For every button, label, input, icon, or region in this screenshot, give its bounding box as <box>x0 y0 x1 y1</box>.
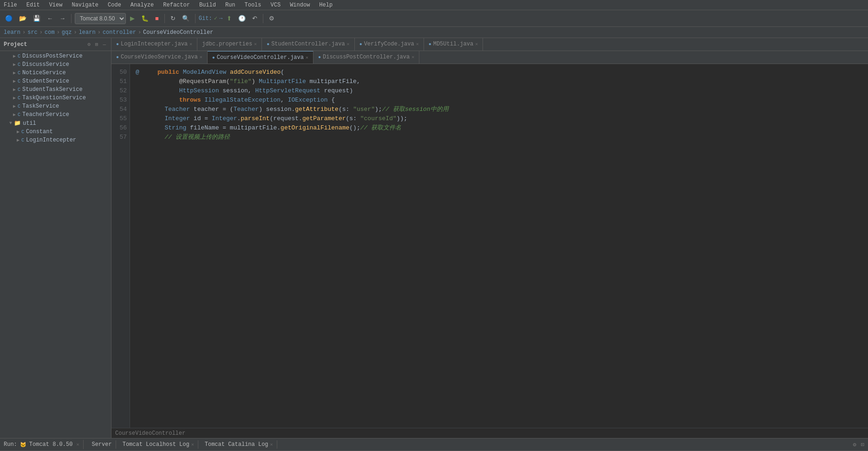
tree-item-noticeservice[interactable]: ▶ C NoticeService <box>0 69 111 77</box>
catalina-tab-close[interactable]: ✕ <box>270 442 273 447</box>
tab-loginintecepter[interactable]: ● LoginIntecepter.java ✕ <box>111 38 197 51</box>
tree-label: TaskQuestionService <box>22 95 86 101</box>
tab-studentcontroller[interactable]: ● StudentController.java ✕ <box>262 38 354 51</box>
tab-close[interactable]: ✕ <box>416 41 419 47</box>
breadcrumb-gqz[interactable]: gqz <box>62 29 72 36</box>
tab-close[interactable]: ✕ <box>347 41 350 47</box>
menu-edit[interactable]: Edit <box>25 1 42 9</box>
menu-window[interactable]: Window <box>288 1 312 9</box>
menu-run[interactable]: Run <box>223 1 237 9</box>
tree-item-studentservice[interactable]: ▶ C StudentService <box>0 77 111 85</box>
tab-coursevideoservice[interactable]: ● CourseVideoService.java ✕ <box>111 51 208 64</box>
menu-file[interactable]: File <box>2 1 19 9</box>
panel-minimize-btn[interactable]: — <box>101 41 107 48</box>
code-line-51: @RequestParam("file") MultipartFile mult… <box>136 77 862 86</box>
tree-label: TaskService <box>22 103 59 110</box>
tab-close[interactable]: ✕ <box>189 41 192 47</box>
tree-arrow-expanded: ▼ <box>9 121 12 126</box>
breadcrumb-com[interactable]: com <box>45 29 55 36</box>
tree-item-util-folder[interactable]: ▼ 📁 util <box>0 119 111 128</box>
line-num-53: 53 <box>114 96 127 105</box>
tab-close[interactable]: ✕ <box>306 55 308 60</box>
breadcrumb-sep-4: › <box>98 29 101 36</box>
tomcat-selector[interactable]: Tomcat 8.0.50 <box>75 13 126 24</box>
tomcat-tab[interactable]: Tomcat 8.0.50 <box>29 441 73 448</box>
toolbar-new-btn[interactable]: 🔵 <box>3 13 15 23</box>
class-icon: C <box>18 71 20 76</box>
tree-item-discussservice[interactable]: ▶ C DiscussService <box>0 60 111 69</box>
menu-build[interactable]: Build <box>197 1 218 9</box>
tab-close[interactable]: ✕ <box>254 41 257 47</box>
menu-navigate[interactable]: Navigate <box>70 1 100 9</box>
tree-label: Constant <box>26 129 53 135</box>
breadcrumb-src[interactable]: src <box>27 29 38 36</box>
tree-item-loginintecepter[interactable]: ▶ C LoginIntecepter <box>0 136 111 144</box>
menu-bar: File Edit View Navigate Code Analyze Ref… <box>0 0 868 10</box>
breadcrumb-sep-0: › <box>22 29 26 36</box>
tomcat-tab-close[interactable]: ✕ <box>76 442 79 447</box>
panel-settings-btn[interactable]: ⊞ <box>94 41 100 48</box>
run-tab-catalina[interactable]: Tomcat Catalina Log ✕ <box>201 440 277 449</box>
toolbar-search-btn[interactable]: 🔍 <box>180 13 192 23</box>
toolbar-save-btn[interactable]: 💾 <box>31 13 43 23</box>
menu-analyze[interactable]: Analyze <box>129 1 156 9</box>
toolbar-sep-3 <box>195 14 196 23</box>
menu-vcs[interactable]: VCS <box>269 1 283 9</box>
line-num-55: 55 <box>114 114 127 123</box>
tree-item-taskservice[interactable]: ▶ C TaskService <box>0 102 111 110</box>
tab-md5util[interactable]: ● MD5Util.java ✕ <box>424 38 483 51</box>
breadcrumb-learn[interactable]: learn <box>4 29 20 36</box>
toolbar-settings-btn[interactable]: ⚙ <box>267 13 277 23</box>
breadcrumb-sep-1: › <box>39 29 43 36</box>
tree-item-studenttaskservice[interactable]: ▶ C StudentTaskService <box>0 85 111 94</box>
toolbar-sep-1 <box>71 14 72 23</box>
toolbar-open-btn[interactable]: 📂 <box>17 13 29 23</box>
code-line-53: throws IllegalStateException, IOExceptio… <box>136 96 862 105</box>
localhost-tab-close[interactable]: ✕ <box>191 442 194 447</box>
toolbar-run-btn[interactable]: ▶ <box>128 13 137 23</box>
breadcrumb-sep-3: › <box>73 29 77 36</box>
toolbar-reload-btn[interactable]: ↻ <box>168 13 178 23</box>
run-expand-btn[interactable]: ⊡ <box>861 441 864 448</box>
tree-item-constant[interactable]: ▶ C Constant <box>0 128 111 136</box>
tab-dot: ● <box>267 42 269 47</box>
tab-dot: ● <box>116 42 119 47</box>
toolbar-git-revert-btn[interactable]: ↶ <box>250 13 260 23</box>
toolbar-stop-btn[interactable]: ■ <box>153 13 161 23</box>
tab-verifycode[interactable]: ● VerifyCode.java ✕ <box>355 38 424 51</box>
class-icon: C <box>18 87 20 92</box>
toolbar-debug-btn[interactable]: 🐛 <box>139 13 151 23</box>
toolbar-forward-btn[interactable]: → <box>57 13 68 23</box>
breadcrumb-controller[interactable]: controller <box>103 29 136 36</box>
tab-discusspostcontroller[interactable]: ● DiscussPostController.java ✕ <box>313 51 419 64</box>
tab-close[interactable]: ✕ <box>200 54 202 60</box>
run-settings-btn[interactable]: ⚙ <box>853 441 856 448</box>
run-bar: Run: 🐱 Tomcat 8.0.50 ✕ Server Tomcat Loc… <box>0 438 868 451</box>
toolbar-back-btn[interactable]: ← <box>45 13 55 23</box>
panel-gear-btn[interactable]: ⚙ <box>86 41 92 48</box>
tree-arrow: ▶ <box>13 95 16 101</box>
menu-refactor[interactable]: Refactor <box>161 1 192 9</box>
tree-item-teacherservice[interactable]: ▶ C TeacherService <box>0 110 111 119</box>
menu-tools[interactable]: Tools <box>243 1 263 9</box>
tree-item-taskquestionservice[interactable]: ▶ C TaskQuestionService <box>0 94 111 102</box>
tree-arrow: ▶ <box>13 70 16 76</box>
tree-item-discusspostservice[interactable]: ▶ C DiscussPostService <box>0 52 111 60</box>
tree-label: LoginIntecepter <box>26 137 76 143</box>
code-content[interactable]: @ public ModelAndView addCourseVideo( @R… <box>130 64 868 428</box>
menu-code[interactable]: Code <box>106 1 123 9</box>
run-tab-localhost[interactable]: Tomcat Localhost Log ✕ <box>119 440 198 449</box>
menu-help[interactable]: Help <box>317 1 334 9</box>
tab-jdbc[interactable]: jdbc.properties ✕ <box>197 38 262 51</box>
breadcrumb-learn2[interactable]: learn <box>79 29 96 36</box>
run-tab-server[interactable]: Server <box>88 440 116 449</box>
toolbar-git-update-btn[interactable]: ⬆ <box>224 13 234 23</box>
tab-dot: ● <box>359 42 362 47</box>
toolbar-git-history-btn[interactable]: 🕐 <box>236 13 248 23</box>
tab-close[interactable]: ✕ <box>411 54 414 60</box>
tab-coursevideocontroller[interactable]: ● CourseVideoController.java ✕ <box>208 51 313 64</box>
tab-close[interactable]: ✕ <box>475 41 478 47</box>
menu-view[interactable]: View <box>47 1 65 9</box>
tab-bar-row2: ● CourseVideoService.java ✕ ● CourseVide… <box>111 51 868 64</box>
tab-label: LoginIntecepter.java <box>121 41 188 47</box>
